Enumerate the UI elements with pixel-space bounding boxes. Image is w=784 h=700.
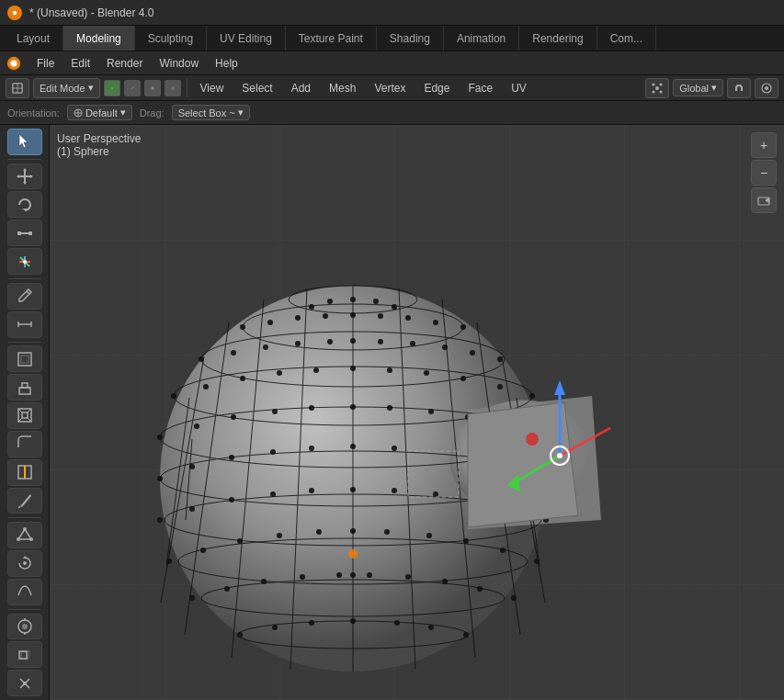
select-tool-button[interactable] (7, 129, 42, 155)
snapping-button[interactable] (727, 78, 751, 98)
shear-button[interactable] (7, 641, 42, 668)
nav-gizmo: + − (751, 132, 777, 213)
scale-tool-button[interactable] (7, 220, 42, 246)
viewport-icon (12, 82, 23, 95)
svg-point-165 (200, 548, 206, 553)
tab-compositing[interactable]: Com... (597, 26, 656, 51)
move-tool-button[interactable] (7, 164, 42, 190)
left-toolbar (0, 125, 50, 700)
add-cube-button[interactable] (7, 345, 42, 372)
blender-menu-icon[interactable] (4, 53, 24, 73)
inset-button[interactable] (7, 402, 42, 429)
editor-type-button[interactable] (6, 78, 29, 98)
svg-point-124 (203, 384, 209, 390)
magnet-icon (733, 83, 744, 94)
header-vertex[interactable]: Vertex (367, 80, 413, 96)
header-add[interactable]: Add (284, 80, 318, 96)
tab-shading[interactable]: Shading (377, 26, 444, 51)
svg-point-169 (350, 528, 356, 534)
zoom-out-button[interactable]: − (751, 160, 777, 186)
svg-line-54 (18, 506, 20, 508)
proportional-edit-button[interactable] (755, 78, 778, 98)
shrink-fatten-button[interactable] (7, 614, 42, 640)
svg-point-104 (267, 320, 273, 325)
svg-point-122 (497, 356, 503, 362)
svg-line-8 (131, 86, 133, 89)
measure-tool-button[interactable] (7, 311, 42, 338)
default-orientation-button[interactable]: Default ▾ (67, 105, 132, 120)
svg-point-105 (295, 315, 301, 321)
poly-build-button[interactable] (7, 522, 42, 548)
viewport[interactable]: User Perspective (1) Sphere + − (50, 125, 784, 700)
tab-texture-paint[interactable]: Texture Paint (286, 26, 377, 51)
smooth-vertex-button[interactable] (7, 579, 42, 605)
transform-tool-button[interactable] (7, 248, 42, 275)
rotate-tool-button[interactable] (7, 191, 42, 218)
svg-marker-204 (766, 198, 769, 203)
svg-point-175 (189, 595, 195, 601)
annotate-tool-button[interactable] (7, 283, 42, 310)
svg-point-153 (157, 517, 163, 523)
header-face[interactable]: Face (460, 80, 500, 96)
spin-button[interactable] (7, 550, 42, 577)
vertex-select-button[interactable] (104, 80, 120, 96)
knife-button[interactable] (7, 488, 42, 514)
edge-select-button[interactable] (124, 80, 141, 96)
select-box-dropdown[interactable]: Select Box ~ ▾ (172, 105, 250, 120)
tab-sculpting[interactable]: Sculpting (135, 26, 207, 51)
tab-uv-editing[interactable]: UV Editing (207, 26, 286, 51)
header-select[interactable]: Select (234, 80, 279, 96)
tab-layout[interactable]: Layout (4, 26, 63, 51)
edit-mode-dropdown[interactable]: Edit Mode ▾ (33, 78, 100, 98)
orientation-label: Orientation: (7, 107, 60, 119)
svg-point-140 (387, 405, 392, 411)
svg-point-115 (295, 341, 301, 346)
blender-icon (7, 6, 22, 20)
menu-edit[interactable]: Edit (63, 55, 97, 72)
svg-point-168 (316, 529, 322, 535)
svg-marker-24 (23, 168, 27, 171)
rip-region-button[interactable] (7, 670, 42, 696)
menu-window[interactable]: Window (152, 55, 206, 72)
svg-point-179 (336, 572, 342, 578)
separator-1 (187, 79, 187, 97)
menu-file[interactable]: File (29, 55, 62, 72)
header-uv[interactable]: UV (504, 80, 534, 96)
xray-toggle[interactable] (165, 80, 181, 96)
tab-rendering[interactable]: Rendering (519, 26, 597, 51)
svg-point-183 (442, 579, 448, 584)
menu-render[interactable]: Render (99, 55, 150, 72)
svg-marker-26 (17, 175, 19, 178)
poly-build-icon (16, 526, 34, 545)
window-title: * (Unsaved) - Blender 4.0 (29, 6, 153, 19)
tab-animation[interactable]: Animation (444, 26, 519, 51)
svg-point-136 (231, 414, 236, 420)
svg-point-178 (300, 574, 305, 580)
header-mesh[interactable]: Mesh (322, 80, 363, 96)
move-icon (16, 167, 34, 186)
svg-point-112 (199, 356, 204, 362)
orientation-dropdown[interactable]: Global ▾ (673, 79, 723, 96)
header-edge[interactable]: Edge (416, 80, 457, 96)
transform-pivot-button[interactable] (645, 78, 669, 98)
svg-point-116 (327, 339, 333, 344)
svg-point-166 (237, 538, 243, 544)
svg-point-18 (765, 86, 768, 90)
svg-point-149 (309, 446, 314, 451)
header-view[interactable]: View (193, 80, 232, 96)
extrude-button[interactable] (7, 374, 42, 401)
bevel-button[interactable] (7, 431, 42, 457)
svg-point-190 (394, 620, 400, 626)
svg-rect-65 (19, 651, 27, 659)
vertex-icon (110, 82, 114, 95)
zoom-in-button[interactable]: + (751, 132, 777, 158)
loop-cut-button[interactable] (7, 459, 42, 486)
svg-point-172 (463, 538, 469, 544)
menu-help[interactable]: Help (208, 55, 245, 72)
proportional-icon (761, 83, 772, 94)
camera-view-button[interactable] (751, 187, 777, 213)
face-select-button[interactable] (144, 80, 161, 96)
left-toolbar-sep-3 (8, 342, 41, 343)
svg-point-186 (237, 632, 243, 638)
tab-modeling[interactable]: Modeling (63, 26, 135, 51)
